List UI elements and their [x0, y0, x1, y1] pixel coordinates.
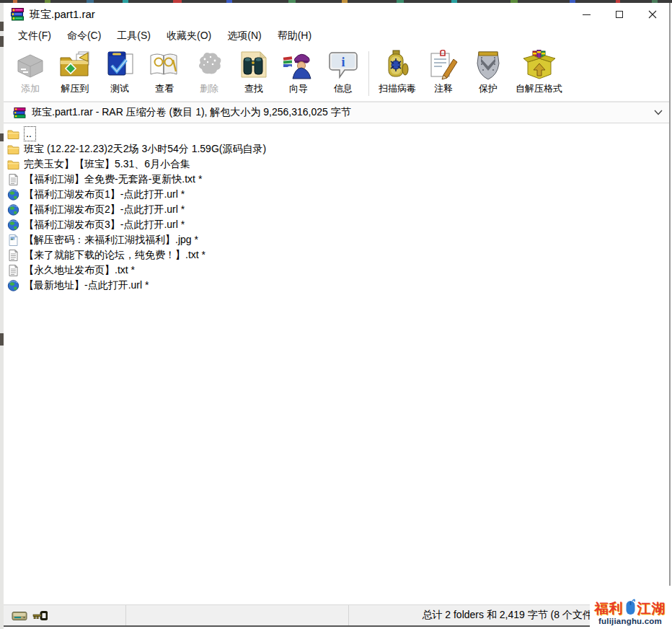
find-icon — [236, 50, 271, 82]
brand-right-text: 江湖 — [637, 602, 666, 615]
list-item-folder[interactable]: 班宝 (12.22-12.23)2天2场 3小时54分 1.59G(源码自录) — [4, 141, 669, 157]
list-item-url-file[interactable]: 【福利江湖发布页3】-点此打开.url * — [4, 217, 669, 232]
minimize-button[interactable] — [570, 3, 603, 26]
url-globe-icon — [7, 219, 19, 231]
winrar-archive-icon — [12, 107, 27, 118]
find-button[interactable]: 查找 — [231, 48, 276, 97]
scan-virus-button[interactable]: 扫描病毒 — [373, 48, 421, 97]
brand-left-text: 福利 — [595, 602, 624, 615]
drive-icon — [12, 610, 28, 622]
brand-domain-text: fulijianghu.com — [598, 617, 662, 625]
close-button[interactable] — [636, 3, 669, 26]
toolbar: 添加 解压到 — [4, 46, 669, 102]
scan-virus-icon — [380, 50, 415, 82]
key-icon — [32, 610, 48, 622]
delete-button: 删除 — [187, 48, 231, 97]
list-item-url-file[interactable]: 【福利江湖发布页2】-点此打开.url * — [4, 202, 669, 217]
view-file-icon — [147, 50, 182, 82]
screen: 班宝.part1.rar 文件(F) 命令(C) 工具(S) 收藏夹(O) 选项… — [0, 0, 672, 629]
svg-text:i: i — [341, 55, 345, 69]
add-button: 添加 — [8, 48, 53, 97]
list-item-txt-file[interactable]: 【来了就能下载的论坛，纯免费！】.txt * — [4, 247, 669, 263]
url-globe-icon — [7, 189, 19, 201]
file-list: .. 班宝 (12.22-12.23)2天2场 3小时54分 1.59G(源码自… — [4, 123, 669, 604]
toolbar-separator — [368, 51, 369, 96]
wizard-button[interactable]: 向导 — [276, 48, 321, 97]
address-bar[interactable]: 班宝.part1.rar - RAR 压缩分卷 (数目 1), 解包大小为 9,… — [4, 102, 669, 123]
text-file-icon — [7, 174, 19, 185]
list-item-url-file[interactable]: 【福利江湖发布页1】-点此打开.url * — [4, 187, 669, 202]
comment-icon — [426, 50, 461, 82]
comment-button[interactable]: 注释 — [421, 48, 466, 97]
menu-favorites[interactable]: 收藏夹(O) — [159, 27, 219, 45]
menu-help[interactable]: 帮助(H) — [270, 27, 319, 45]
extract-to-icon — [58, 50, 92, 82]
mouse-icon — [625, 598, 636, 615]
close-icon — [648, 10, 657, 19]
url-globe-icon — [7, 280, 19, 291]
status-bar: 总计 2 folders 和 2,419 字节 (8 个文件) — [4, 604, 669, 625]
test-button[interactable]: 测试 — [97, 48, 142, 97]
watermark-logo: 福利 江湖 fulijianghu.com — [590, 586, 671, 628]
maximize-button[interactable] — [603, 3, 636, 26]
maximize-icon — [616, 11, 623, 18]
folder-icon — [7, 144, 19, 155]
totals-text: 总计 2 folders 和 2,419 字节 (8 个文件) — [422, 609, 596, 622]
wizard-icon — [281, 50, 316, 82]
winrar-window: 班宝.part1.rar 文件(F) 命令(C) 工具(S) 收藏夹(O) 选项… — [4, 3, 671, 627]
protect-button[interactable]: 保护 — [466, 48, 510, 97]
chevron-down-icon[interactable] — [653, 109, 663, 116]
sfx-button[interactable]: 自解压格式 — [510, 48, 567, 97]
menu-commands[interactable]: 命令(C) — [59, 27, 109, 45]
list-item-parent-dir[interactable]: .. — [4, 126, 669, 141]
menu-bar: 文件(F) 命令(C) 工具(S) 收藏夹(O) 选项(N) 帮助(H) — [4, 26, 669, 46]
image-file-icon — [7, 234, 19, 246]
menu-options[interactable]: 选项(N) — [219, 27, 269, 45]
winrar-books-icon — [10, 8, 25, 21]
info-icon: i — [326, 50, 361, 82]
sfx-icon — [522, 50, 557, 82]
archive-description: 班宝.part1.rar - RAR 压缩分卷 (数目 1), 解包大小为 9,… — [32, 106, 351, 119]
list-item-txt-file[interactable]: 【永久地址发布页】.txt * — [4, 263, 669, 278]
menu-file[interactable]: 文件(F) — [10, 27, 59, 45]
protect-icon — [471, 50, 505, 82]
test-archive-icon — [102, 50, 137, 82]
list-item-folder[interactable]: 完美玉女】【班宝】5.31、6月小合集 — [4, 157, 669, 172]
status-icons-section — [4, 605, 126, 625]
title-bar: 班宝.part1.rar — [4, 3, 669, 26]
text-file-icon — [7, 265, 19, 276]
url-globe-icon — [7, 204, 19, 216]
minimize-icon — [583, 14, 591, 15]
list-item-jpg-file[interactable]: 【解压密码：来福利江湖找福利】.jpg * — [4, 232, 669, 247]
info-button[interactable]: i 信息 — [321, 48, 366, 97]
extract-to-button[interactable]: 解压到 — [53, 48, 97, 97]
view-button[interactable]: 查看 — [142, 48, 187, 97]
window-title: 班宝.part1.rar — [30, 8, 95, 22]
status-empty-section — [126, 605, 349, 625]
menu-tools[interactable]: 工具(S) — [109, 27, 159, 45]
folder-icon — [7, 159, 19, 170]
list-item-url-file[interactable]: 【最新地址】-点此打开.url * — [4, 278, 669, 293]
delete-icon — [192, 50, 226, 82]
add-archive-icon — [13, 50, 48, 82]
list-item-txt-file[interactable]: 【福利江湖】全免费-无套路-更新快.txt * — [4, 172, 669, 187]
folder-icon — [7, 128, 19, 140]
text-file-icon — [7, 250, 19, 261]
